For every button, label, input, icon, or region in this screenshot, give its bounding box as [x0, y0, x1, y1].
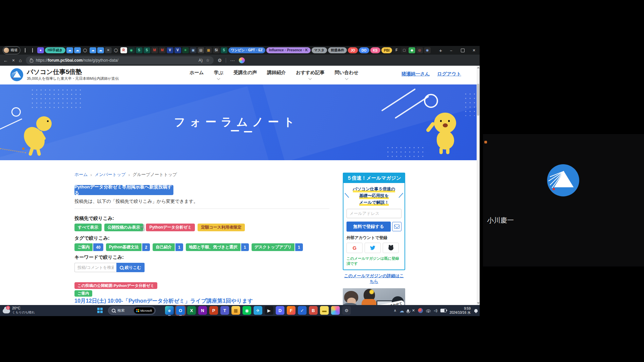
browser-tab[interactable]: ワンビシ・GPT・EZ [228, 47, 265, 53]
tray-chevron-icon[interactable]: ∧ [394, 308, 396, 313]
notifications-bell-icon[interactable] [474, 309, 478, 312]
browser-tab[interactable]: ✕ [105, 47, 112, 53]
taskbar-app-icon[interactable]: ▬ [320, 306, 329, 315]
twitter-login-button[interactable] [365, 243, 381, 253]
tag-pill[interactable]: 自己紹介1 [153, 243, 183, 251]
browser-tab[interactable]: ◎ [416, 47, 423, 53]
browser-tab[interactable]: マスタ [312, 47, 327, 53]
browser-tab[interactable]: ▢ [401, 47, 408, 53]
post-title-link[interactable]: 10月12日(土) 10:00-「Pythonデータ分析ゼミ」ライブ講座第1回や… [74, 298, 253, 305]
browser-tab[interactable]: PBI [381, 47, 392, 53]
email-field[interactable] [346, 209, 401, 218]
taskbar-search[interactable]: 検索 Microsoft [108, 306, 156, 315]
browser-tab[interactable]: ◆ [409, 47, 415, 53]
browser-tab[interactable]: Influence・Presence・K [266, 47, 311, 53]
browser-tab[interactable]: V [167, 47, 173, 53]
taskbar-app-icon[interactable]: X [187, 306, 196, 315]
favorite-star-icon[interactable]: ☆ [206, 58, 210, 63]
post-category-badge[interactable]: ご案内 [74, 290, 92, 297]
user-name-link[interactable]: 猪瀬純一さん [401, 71, 430, 77]
nav-item[interactable]: 受講生の声 [233, 70, 257, 79]
filter-pill[interactable]: すべて表示 [74, 224, 102, 231]
search-filter-button[interactable]: 絞りこむ [116, 263, 145, 272]
settings-menu-icon[interactable]: ··· [230, 58, 235, 63]
browser-tab[interactable]: KS [370, 47, 380, 53]
browser-tab[interactable]: ▣ [190, 47, 197, 53]
taskbar-app-icon[interactable] [331, 306, 340, 315]
tab-stacks-icon[interactable] [22, 48, 28, 52]
github-login-button[interactable] [383, 243, 399, 253]
browser-tab[interactable]: ◉ [424, 47, 431, 53]
tray-close-icon[interactable]: ✕ [412, 308, 415, 313]
close-button[interactable]: ✕ [468, 46, 480, 55]
browser-profile-button[interactable]: 職場 [3, 46, 20, 54]
read-aloud-icon[interactable]: A) [199, 58, 203, 63]
tag-pill[interactable]: 地図と手順、気づきと選択1 [186, 243, 249, 251]
breadcrumb-home-link[interactable]: ホーム [74, 172, 88, 178]
nav-item[interactable]: 講師紹介 [267, 70, 286, 79]
taskbar-app-icon[interactable]: P [209, 306, 218, 315]
taskbar-app-icon[interactable]: e [165, 306, 174, 315]
taskbar-app-icon[interactable]: O [176, 306, 185, 315]
filter-pill[interactable]: 定額コース利用者限定 [198, 224, 245, 231]
address-bar[interactable]: https://forum.pc5bai.com/note/g/python-d… [26, 56, 214, 64]
scroll-up-arrow[interactable] [477, 67, 480, 68]
tag-pill[interactable]: Python基礎文法2 [106, 243, 150, 251]
scroll-down-arrow[interactable] [477, 302, 480, 304]
new-tab-button[interactable]: + [439, 48, 442, 53]
browser-tab[interactable]: F [393, 47, 400, 53]
home-button[interactable]: ⌂ [19, 58, 21, 63]
vertical-tabs-icon[interactable] [30, 48, 35, 52]
speaker-icon[interactable]: ◁) [434, 309, 437, 312]
page-scrollbar[interactable] [477, 66, 480, 305]
battery-icon[interactable] [440, 309, 446, 312]
tag-pill[interactable]: デスクトップアプリ1 [252, 243, 303, 251]
start-button[interactable] [97, 308, 103, 313]
weather-widget[interactable]: 1 20°C くもりのち晴れ [3, 306, 35, 314]
browser-tab[interactable]: S [136, 47, 143, 53]
keyword-search-input[interactable] [74, 263, 116, 272]
back-button[interactable]: ← [3, 58, 8, 63]
browser-tab[interactable]: ◉ [128, 47, 135, 53]
browser-tab[interactable]: ✳ [182, 47, 189, 53]
microphone-icon[interactable] [407, 309, 409, 312]
wifi-icon[interactable] [426, 309, 431, 312]
browser-tab[interactable]: ☁ [66, 47, 73, 53]
nav-item[interactable]: 学ぶ [214, 70, 223, 79]
filter-pill[interactable]: Pythonデータ分析ゼミ [146, 224, 195, 231]
browser-tab[interactable]: S [221, 47, 227, 53]
browser-tab[interactable]: Si [213, 47, 220, 53]
browser-tab[interactable]: ☁ [74, 47, 81, 53]
minimize-button[interactable]: – [445, 46, 457, 55]
browser-tab[interactable]: R [120, 47, 127, 53]
filter-pill[interactable]: 公開投稿のみ表示 [104, 224, 144, 231]
nav-item[interactable]: ホーム [190, 70, 204, 79]
taskbar-app-icon[interactable]: ✈ [254, 306, 262, 315]
google-login-button[interactable]: G [346, 243, 363, 253]
browser-tab[interactable]: M [151, 47, 158, 53]
taskbar-app-icon[interactable]: N [198, 306, 207, 315]
restore-button[interactable] [457, 46, 468, 55]
browser-tab[interactable]: M [159, 47, 166, 53]
browser-tab[interactable]: DO [359, 47, 369, 53]
taskbar-app-icon[interactable]: ▦ [231, 306, 240, 315]
taskbar-app-icon[interactable]: D [276, 306, 284, 315]
browser-tab[interactable]: ☁ [90, 47, 96, 53]
browser-tab[interactable]: HR手続き [45, 47, 65, 53]
register-free-button[interactable]: 無料で登録する [346, 222, 391, 232]
browser-tab[interactable]: S [144, 47, 150, 53]
taskbar-app-icon[interactable]: F [287, 306, 296, 315]
tag-pill[interactable]: ご案内40 [74, 243, 103, 251]
nav-item[interactable]: 問い合わせ [335, 70, 359, 79]
taskbar-app-icon[interactable]: B [309, 306, 318, 315]
logout-link[interactable]: ログアウト [437, 71, 461, 77]
browser-tab[interactable]: 前提条件 [328, 47, 347, 53]
taskbar-app-icon[interactable]: ◉ [243, 306, 251, 315]
browser-essentials-icon[interactable]: ⚙ [218, 58, 222, 63]
copilot-icon[interactable] [239, 57, 245, 63]
breadcrumb-member-link[interactable]: メンバートップ [95, 172, 126, 178]
browser-tab[interactable]: ☁ [97, 47, 104, 53]
site-brand[interactable]: パソコン仕事5倍塾 35,000人を指導した東大卒・元日本IBM社内講師が直伝 [10, 68, 119, 81]
sidebar-ad-banner[interactable]: ボクにまかせて 3日 がかりのその仕事、 3分 で終わらせる [343, 288, 405, 305]
tray-app-icon[interactable] [418, 308, 423, 313]
